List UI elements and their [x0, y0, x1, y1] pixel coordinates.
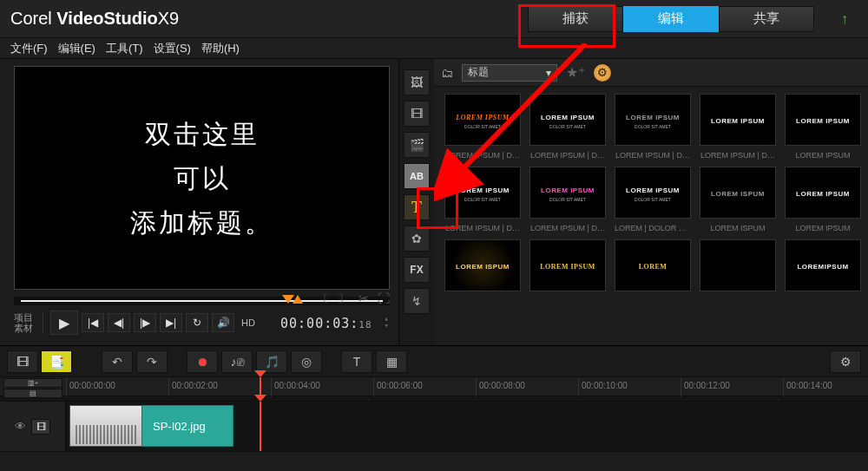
- title-template-thumb[interactable]: LOREM ISPUM: [444, 239, 521, 291]
- title-template-caption: LOREM IPSUM | D…: [615, 151, 691, 160]
- track-visibility-icon[interactable]: 👁: [15, 420, 26, 433]
- redo-button[interactable]: ↷: [136, 350, 168, 373]
- record-button[interactable]: ⏺: [187, 350, 218, 373]
- title-template-caption: LOREM IPSUM | D…: [444, 224, 521, 232]
- rail-graphic-icon[interactable]: ✿: [404, 226, 430, 252]
- title-template-thumb[interactable]: LOREMIPSUM: [785, 239, 861, 291]
- play-button[interactable]: ▶: [50, 311, 78, 335]
- options-gear-icon[interactable]: ⚙: [594, 64, 611, 82]
- timecode-stepper[interactable]: ▴▾: [385, 315, 390, 329]
- ruler-mark: 00:00:14:00: [783, 377, 832, 396]
- title-template-thumb[interactable]: LOREM ISPUM: [700, 167, 776, 219]
- preview-scrubber[interactable]: 〔 〕 ✂ ⛶: [14, 297, 390, 305]
- menu-edit[interactable]: 编辑(E): [58, 41, 95, 56]
- title-template-thumb[interactable]: [700, 239, 776, 291]
- volume-button[interactable]: 🔊: [212, 313, 234, 332]
- title-template-thumb[interactable]: LOREM IPSUM: [785, 94, 861, 146]
- title-template-thumb[interactable]: LOREM IPSUMDOLOR SIT AMET: [615, 94, 691, 146]
- go-end-button[interactable]: ▶|: [160, 313, 182, 332]
- title-template-thumb[interactable]: LOREM IPSUMDOLOR SIT AMET: [529, 167, 606, 219]
- title-template-caption: LOREM IPSUM | D…: [700, 151, 776, 160]
- rail-fx-icon[interactable]: FX: [404, 257, 430, 283]
- rail-media-icon[interactable]: 🖼: [404, 69, 430, 95]
- ruler-mark: 00:00:12:00: [681, 377, 730, 396]
- library-thumbnail-grid: LOREM IPSUMDOLOR SIT AMETLOREM IPSUMDOLO…: [434, 87, 868, 304]
- clip-thumbnail: [69, 405, 142, 447]
- multicam-button[interactable]: ▦: [376, 350, 407, 373]
- audio-mixer-button[interactable]: ♪⎚: [221, 350, 253, 373]
- tab-share[interactable]: 共享: [719, 6, 814, 32]
- track-motion-button[interactable]: ◎: [291, 350, 322, 373]
- mark-in-icon[interactable]: 〔: [317, 291, 329, 307]
- undo-button[interactable]: ↶: [102, 350, 133, 373]
- video-track-body[interactable]: SP-I02.jpg: [66, 402, 868, 451]
- title-template-thumb[interactable]: LOREM IPSUMDOLOR SIT AMET: [529, 94, 606, 146]
- app-brand: Corel VideoStudioX9: [10, 9, 179, 29]
- title-template-caption: LOREM ISPUM: [700, 224, 776, 232]
- title-template-thumb[interactable]: LOREM IPSUM: [785, 167, 861, 219]
- mark-out-icon[interactable]: 〕: [338, 291, 350, 307]
- titlebar: Corel VideoStudioX9 捕获 编辑 共享 ↑: [0, 0, 868, 38]
- rail-path-icon[interactable]: ↯: [404, 288, 430, 314]
- rail-filmstrip-icon[interactable]: 🎬: [404, 132, 430, 158]
- cut-icon[interactable]: ✂: [358, 291, 369, 307]
- add-track-button[interactable]: ▥+: [3, 378, 62, 388]
- track-type-video-icon: 🎞: [31, 419, 50, 435]
- menu-help[interactable]: 帮助(H): [201, 41, 240, 56]
- timeline-ruler[interactable]: 00:00:00:0000:00:02:0000:00:04:0000:00:0…: [66, 377, 868, 396]
- expand-icon[interactable]: ⛶: [378, 291, 390, 307]
- rail-transition-icon[interactable]: AB: [404, 163, 430, 189]
- gallery-icon[interactable]: 🗂: [441, 66, 453, 80]
- menu-tools[interactable]: 工具(T): [106, 41, 143, 56]
- step-tabs: 捕获 编辑 共享 ↑: [528, 6, 858, 32]
- subtitle-button[interactable]: T: [341, 350, 372, 373]
- ruler-mark: 00:00:02:00: [168, 377, 218, 396]
- timeline-playhead-track[interactable]: [260, 402, 261, 451]
- repeat-button[interactable]: ↻: [186, 313, 208, 332]
- timeline-clip[interactable]: SP-I02.jpg: [69, 405, 233, 447]
- menu-settings[interactable]: 设置(S): [154, 41, 191, 56]
- title-template-thumb[interactable]: LOREM IPSUMDOLOR SIT AMET: [615, 167, 691, 219]
- go-start-button[interactable]: |◀: [82, 313, 104, 332]
- library-toolbar: 🗂 标题▾ ★⁺ ⚙: [434, 59, 868, 87]
- title-template-thumb[interactable]: LOREM IPSUM: [700, 94, 776, 146]
- track-header-buttons: ▥+ ▤: [0, 377, 66, 396]
- title-template-thumb[interactable]: LOREM: [615, 239, 691, 291]
- scrubber-markout[interactable]: [293, 295, 303, 304]
- brand-videostudio: VideoStudio: [56, 9, 157, 28]
- timeline-view-button[interactable]: 📑: [41, 350, 72, 373]
- tab-capture[interactable]: 捕获: [528, 6, 623, 32]
- video-track: 👁 🎞 SP-I02.jpg: [0, 402, 868, 452]
- title-template-thumb[interactable]: LOREM IPSUMDOLOR SIT AMET: [444, 167, 521, 219]
- ruler-mark: 00:00:04:00: [271, 377, 320, 396]
- timeline-playhead[interactable]: [260, 377, 261, 396]
- ruler-mark: 00:00:00:00: [66, 377, 115, 396]
- rail-title-icon[interactable]: T: [404, 194, 430, 220]
- prev-frame-button[interactable]: ◀|: [108, 313, 130, 332]
- preview-monitor[interactable]: 双击这里 可以 添加标题。: [14, 66, 390, 290]
- title-template-thumb[interactable]: LOREM IPSUM: [529, 239, 606, 291]
- upload-icon[interactable]: ↑: [832, 6, 858, 32]
- menu-file[interactable]: 文件(F): [10, 41, 48, 56]
- hd-toggle[interactable]: HD: [238, 317, 259, 328]
- title-template-thumb[interactable]: LOREM IPSUMDOLOR SIT AMET: [444, 94, 521, 146]
- clip-filename: SP-I02.jpg: [142, 405, 233, 447]
- title-placeholder-text: 双击这里 可以 添加标题。: [130, 112, 273, 245]
- library-rail: 🖼 🎞 🎬 AB T ✿ FX ↯: [399, 59, 434, 345]
- playback-controls: 项目 素材 ▶ |◀ ◀| |▶ ▶| ↻ 🔊 HD 00:00:03:18 ▴…: [14, 311, 390, 335]
- track-manager-button[interactable]: ▤: [3, 389, 62, 398]
- rail-instant-icon[interactable]: 🎞: [404, 101, 430, 127]
- playback-mode[interactable]: 项目 素材: [14, 312, 43, 333]
- favorite-icon[interactable]: ★⁺: [566, 64, 585, 81]
- ruler-mark: 00:00:08:00: [476, 377, 525, 396]
- ruler-mark: 00:00:06:00: [373, 377, 423, 396]
- storyboard-view-button[interactable]: 🎞: [7, 350, 38, 373]
- timeline-settings-button[interactable]: ⚙: [830, 350, 861, 373]
- library-category-combo[interactable]: 标题▾: [462, 64, 557, 82]
- video-track-header[interactable]: 👁 🎞: [0, 402, 66, 451]
- next-frame-button[interactable]: |▶: [134, 313, 156, 332]
- timecode-display[interactable]: 00:00:03:18 ▴▾: [280, 315, 390, 331]
- brand-x9: X9: [158, 9, 179, 28]
- title-template-caption: LOREM IPSUM | D…: [444, 151, 521, 160]
- tab-edit[interactable]: 编辑: [623, 6, 719, 32]
